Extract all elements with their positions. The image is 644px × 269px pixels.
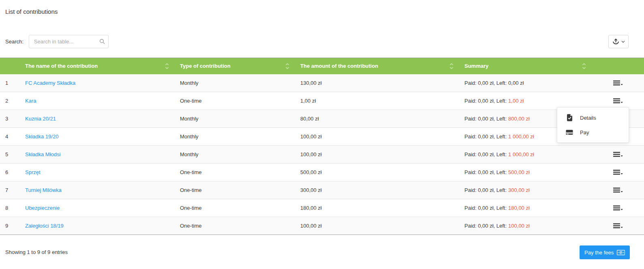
contribution-amount-cell: 300,00 zł xyxy=(295,181,459,199)
contribution-name-link[interactable]: Kara xyxy=(25,98,36,104)
menu-item-pay[interactable]: Pay xyxy=(557,125,629,140)
summary-prefix: Paid: 0,00 zł, Left: xyxy=(464,205,507,211)
header-contribution-name[interactable]: The name of the contribution xyxy=(20,58,175,74)
contribution-amount: 80,00 zł xyxy=(300,116,319,122)
export-button[interactable] xyxy=(608,35,629,48)
summary-prefix: Paid: 0,00 zł, Left: xyxy=(464,151,507,157)
search-input[interactable] xyxy=(29,35,109,48)
contribution-summary-cell: Paid: 0,00 zł, Left:100,00 zł xyxy=(459,217,592,235)
contribution-amount: 130,00 zł xyxy=(300,80,322,86)
contribution-name-link[interactable]: Składka 19/20 xyxy=(25,133,58,140)
summary-left-value: 300,00 zł xyxy=(508,187,530,193)
row-actions-button[interactable] xyxy=(611,222,625,230)
hamburger-caret-icon xyxy=(613,223,623,228)
contributions-table: The name of the contribution Type of con… xyxy=(0,58,644,235)
summary-prefix: Paid: 0,00 zł, Left: xyxy=(464,169,507,175)
contribution-amount: 100,00 zł xyxy=(300,133,322,140)
table-row: 7 Turniej Milówka One-time 300,00 zł Pai… xyxy=(0,181,644,199)
row-number-cell: 7 xyxy=(0,181,20,199)
row-actions-menu: Details Pay xyxy=(557,107,629,143)
summary-left-value: 1,00 zł xyxy=(508,98,524,104)
contribution-name-cell: Kara xyxy=(20,92,175,110)
contribution-type-cell: One-time xyxy=(175,217,295,235)
summary-left-value: 100,00 zł xyxy=(508,223,530,229)
summary-left-value: 180,00 zł xyxy=(508,205,530,211)
row-number-cell: 8 xyxy=(0,199,20,217)
row-actions-button[interactable] xyxy=(611,168,625,176)
table-row: 4 Składka 19/20 Monthly 100,00 zł Paid: … xyxy=(0,128,644,146)
table-header-row: The name of the contribution Type of con… xyxy=(0,58,644,74)
row-actions-cell xyxy=(592,146,644,164)
row-number-cell: 1 xyxy=(0,74,20,92)
contribution-type-cell: Monthly xyxy=(175,110,295,128)
contribution-name-cell: Ubezpieczenie xyxy=(20,199,175,217)
row-actions-button[interactable] xyxy=(611,186,625,194)
row-number: 6 xyxy=(5,169,8,175)
row-number-cell: 5 xyxy=(0,146,20,164)
row-actions-cell xyxy=(592,74,644,92)
row-actions-button[interactable] xyxy=(611,150,625,159)
contribution-summary-cell: Paid: 0,00 zł, Left:1 000,00 zł xyxy=(459,146,592,164)
contribution-name-cell: Zaległości 18/19 xyxy=(20,217,175,235)
hamburger-caret-icon xyxy=(613,98,623,103)
row-actions-button[interactable] xyxy=(611,204,625,212)
row-number: 4 xyxy=(5,133,8,140)
row-actions-button[interactable] xyxy=(611,97,625,105)
row-number-cell: 3 xyxy=(0,110,20,128)
contribution-name-link[interactable]: Turniej Milówka xyxy=(25,187,62,193)
sort-icon xyxy=(285,63,289,69)
search-icon xyxy=(99,39,105,44)
contribution-amount-cell: 100,00 zł xyxy=(295,128,459,146)
contribution-name-link[interactable]: Zaległości 18/19 xyxy=(25,223,64,229)
header-label: Type of contribution xyxy=(180,63,231,69)
table-body: 1 FC Academy Składka Monthly 130,00 zł P… xyxy=(0,74,644,235)
contribution-amount: 500,00 zł xyxy=(300,169,322,175)
pay-the-fees-button[interactable]: Pay the fees $ xyxy=(580,245,630,259)
header-summary[interactable]: Summary xyxy=(459,58,592,74)
contribution-name-link[interactable]: Składka Młodsi xyxy=(25,151,60,157)
row-number-cell: 9 xyxy=(0,217,20,235)
summary-prefix: Paid: 0,00 zł, Left: xyxy=(464,116,507,122)
summary-left-value: 1 000,00 zł xyxy=(508,151,534,157)
header-contribution-type[interactable]: Type of contribution xyxy=(175,58,295,74)
row-actions-button[interactable] xyxy=(611,79,625,87)
file-check-icon xyxy=(566,114,573,121)
chevron-down-icon xyxy=(621,41,625,43)
search-label: Search: xyxy=(5,39,24,45)
banknote-icon: $ xyxy=(617,250,625,255)
contribution-amount-cell: 500,00 zł xyxy=(295,164,459,181)
summary-left-value: 500,00 zł xyxy=(508,169,530,175)
contribution-type: One-time xyxy=(180,98,201,104)
summary-prefix: Paid: 0,00 zł, Left: xyxy=(464,98,507,104)
contribution-name-link[interactable]: Ubezpieczenie xyxy=(25,205,60,211)
contribution-name-link[interactable]: Kuznia 20/21 xyxy=(25,116,56,122)
contribution-type-cell: One-time xyxy=(175,164,295,181)
row-number: 2 xyxy=(5,98,8,104)
row-actions-cell xyxy=(592,181,644,199)
header-label: Summary xyxy=(464,63,488,69)
contribution-summary-cell: Paid: 0,00 zł, Left:500,00 zł xyxy=(459,164,592,181)
sort-icon xyxy=(165,63,169,69)
header-actions xyxy=(592,58,644,74)
contribution-amount-cell: 180,00 zł xyxy=(295,199,459,217)
contribution-name-link[interactable]: FC Academy Składka xyxy=(25,80,75,86)
row-number: 7 xyxy=(5,187,8,193)
contribution-amount-cell: 1,00 zł xyxy=(295,92,459,110)
contribution-name-link[interactable]: Sprzęt xyxy=(25,169,41,175)
menu-item-details[interactable]: Details xyxy=(557,110,629,125)
contribution-type-cell: One-time xyxy=(175,181,295,199)
header-label: The name of the contribution xyxy=(25,63,98,69)
sort-icon xyxy=(582,63,586,69)
summary-left-value: 1 000,00 zł xyxy=(508,133,534,140)
credit-card-icon xyxy=(566,129,573,135)
contribution-type: Monthly xyxy=(180,80,199,86)
header-contribution-amount[interactable]: The amount of the contribution xyxy=(295,58,459,74)
row-actions-cell xyxy=(592,164,644,181)
summary-left-value: 0,00 zł xyxy=(508,80,524,86)
header-label: The amount of the contribution xyxy=(300,63,378,69)
contribution-amount: 100,00 zł xyxy=(300,223,322,229)
hamburger-caret-icon xyxy=(613,205,623,211)
contribution-amount-cell: 80,00 zł xyxy=(295,110,459,128)
contribution-type: One-time xyxy=(180,187,201,193)
contribution-type-cell: Monthly xyxy=(175,146,295,164)
